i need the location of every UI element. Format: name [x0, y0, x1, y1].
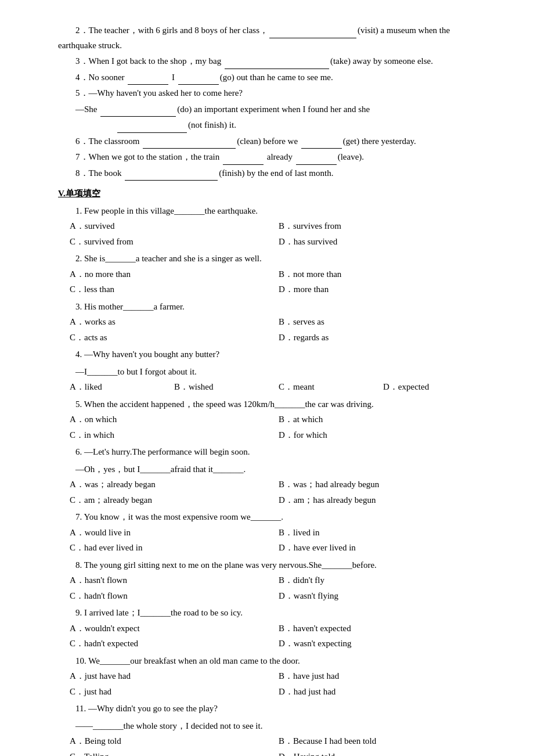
q2-line: 2．The teacher，with 6 girls and 8 boys of…	[58, 23, 488, 53]
q3-blank	[225, 69, 329, 69]
mc-q2-optB: B．not more than	[279, 267, 488, 282]
q2-blank	[269, 38, 356, 38]
mc-q5-optC: C．in which	[70, 428, 279, 443]
mc-q9-optB: B．haven't expected	[279, 621, 488, 636]
mc-q4-optC: C．meant	[279, 380, 383, 395]
mc-q7-optC: C．had ever lived in	[70, 541, 279, 556]
q5-line2: —She (do) an important experiment when I…	[58, 102, 488, 117]
mc-q3-optC: C．acts as	[70, 330, 279, 345]
mc-q10-options2: C．just had D．had just had	[58, 685, 488, 700]
q3-hint: (take) away by someone else.	[330, 56, 433, 66]
mc-q11-line2: ——_______the whole story，I decided not t…	[58, 719, 488, 734]
mc-q10-optD: D．had just had	[279, 685, 488, 700]
mc-q2-options2: C．less than D．more than	[58, 282, 488, 297]
mc-q8-optC: C．hadn't flown	[70, 589, 279, 604]
mc-q6-optA: A．was；already began	[70, 477, 279, 492]
mc-q3-optD: D．regards as	[279, 330, 488, 345]
mc-q4-line2: —I_______to but I forgot about it.	[58, 365, 488, 380]
q4-line: 4．No sooner I (go) out than he came to s…	[58, 70, 488, 85]
mc-q5: 5. When the accident happened，the speed …	[58, 397, 488, 412]
mc-q6-options2: C．am；already began D．am；has already begu…	[58, 493, 488, 508]
mc-q10-optA: A．just have had	[70, 669, 279, 684]
q5-blank2	[117, 132, 187, 133]
q7-blank1	[223, 164, 264, 165]
mc-q2: 2. She is_______a teacher and she is a s…	[58, 251, 488, 267]
q4-num: 4．No sooner	[75, 73, 127, 82]
mc-q4-optA: A．liked	[70, 380, 174, 395]
mc-q1-optD: D．has survived	[279, 235, 488, 250]
mc-q8-options: A．hasn't flown B．didn't fly	[58, 573, 488, 588]
q5-line1: 5．—Why haven't you asked her to come her…	[58, 86, 488, 101]
mc-q1-options2: C．survived from D．has survived	[58, 235, 488, 250]
mc-q9-optA: A．wouldn't expect	[70, 621, 279, 636]
q5-line3: (not finish) it.	[58, 118, 488, 133]
q6-blank1	[143, 148, 236, 149]
mc-q9-options: A．wouldn't expect B．haven't expected	[58, 621, 488, 636]
mc-q5-optB: B．at which	[279, 412, 488, 427]
mc-q7-optD: D．have ever lived in	[279, 541, 488, 556]
mc-q8-optB: B．didn't fly	[279, 573, 488, 588]
mc-q4-optD: D．expected	[383, 380, 488, 395]
mc-q1: 1. Few people in this village_______the …	[58, 204, 488, 219]
q5-blank1	[100, 116, 176, 117]
q6-blank2	[301, 148, 342, 149]
mc-q8-optA: A．hasn't flown	[70, 573, 279, 588]
mc-q11-options2: C．Telling D．Having told	[58, 750, 488, 757]
mc-q3-options2: C．acts as D．regards as	[58, 330, 488, 345]
mc-q8-options2: C．hadn't flown D．wasn't flying	[58, 589, 488, 604]
page-content: 2．The teacher，with 6 girls and 8 boys of…	[58, 23, 488, 756]
mc-q5-optA: A．on which	[70, 412, 279, 427]
mc-q4-options: A．liked B．wished C．meant D．expected	[58, 380, 488, 395]
mc-q4-optB: B．wished	[174, 380, 279, 395]
mc-q7-options2: C．had ever lived in D．have ever lived in	[58, 541, 488, 556]
q4-blank2	[178, 84, 219, 85]
mc-q5-options2: C．in which D．for which	[58, 428, 488, 443]
mc-q6-optB: B．was；had already begun	[279, 477, 488, 492]
q3-num: 3．When I got back to the shop，my bag	[75, 56, 223, 66]
mc-q3-optA: A．works as	[70, 315, 279, 330]
mc-q5-options: A．on which B．at which	[58, 412, 488, 427]
mc-q7-optB: B．lived in	[279, 525, 488, 541]
mc-q2-options: A．no more than B．not more than	[58, 267, 488, 282]
mc-q11-optB: B．Because I had been told	[279, 734, 488, 749]
mc-q9: 9. I arrived late；I_______the road to be…	[58, 606, 488, 621]
mc-q8: 8. The young girl sitting next to me on …	[58, 558, 488, 573]
mc-q10-optB: B．have just had	[279, 669, 488, 684]
mc-q9-optC: C．hadn't expected	[70, 636, 279, 651]
mc-q6-optD: D．am；has already begun	[279, 493, 488, 508]
mc-q3-optB: B．serves as	[279, 315, 488, 330]
mc-q4: 4. —Why haven't you bought any butter?	[58, 347, 488, 362]
section-v-title: V.单项填空	[58, 186, 488, 201]
mc-q6-optC: C．am；already began	[70, 493, 279, 508]
q2-num: 2．The teacher，with 6 girls and 8 boys of…	[75, 26, 268, 35]
mc-q11-optC: C．Telling	[70, 750, 279, 757]
mc-q11-optA: A．Being told	[70, 734, 279, 749]
mc-q10-optC: C．just had	[70, 685, 279, 700]
mc-q11: 11. —Why didn't you go to see the play?	[58, 701, 488, 717]
q8-blank	[125, 180, 218, 181]
mc-q3: 3. His mother_______a farmer.	[58, 300, 488, 315]
mc-q9-options2: C．hadn't expected D．wasn't expecting	[58, 636, 488, 651]
q8-line: 8．The book (finish) by the end of last m…	[58, 166, 488, 181]
mc-q1-options: A．survived B．survives from	[58, 219, 488, 234]
mc-q1-optB: B．survives from	[279, 219, 488, 234]
mc-q10: 10. We_______our breakfast when an old m…	[58, 654, 488, 669]
mc-q7: 7. You know，it was the most expensive ro…	[58, 510, 488, 525]
mc-q7-options: A．would live in B．lived in	[58, 525, 488, 541]
mc-q1-optA: A．survived	[70, 219, 279, 234]
q4-blank1	[128, 84, 168, 85]
q3-line: 3．When I got back to the shop，my bag (ta…	[58, 54, 488, 69]
q6-line: 6．The classroom (clean) before we (get) …	[58, 134, 488, 149]
mc-q9-optD: D．wasn't expecting	[279, 636, 488, 651]
q7-blank2	[296, 164, 337, 165]
mc-q7-optA: A．would live in	[70, 525, 279, 541]
mc-q2-optC: C．less than	[70, 282, 279, 297]
mc-q3-options: A．works as B．serves as	[58, 315, 488, 330]
q7-line: 7．When we got to the station，the train a…	[58, 150, 488, 165]
mc-q2-optA: A．no more than	[70, 267, 279, 282]
mc-q11-options: A．Being told B．Because I had been told	[58, 734, 488, 749]
mc-q10-options: A．just have had B．have just had	[58, 669, 488, 684]
mc-q6: 6. —Let's hurry.The performance will beg…	[58, 445, 488, 460]
mc-q8-optD: D．wasn't flying	[279, 589, 488, 604]
mc-q6-line2: —Oh，yes，but I_______afraid that it______…	[58, 462, 488, 477]
